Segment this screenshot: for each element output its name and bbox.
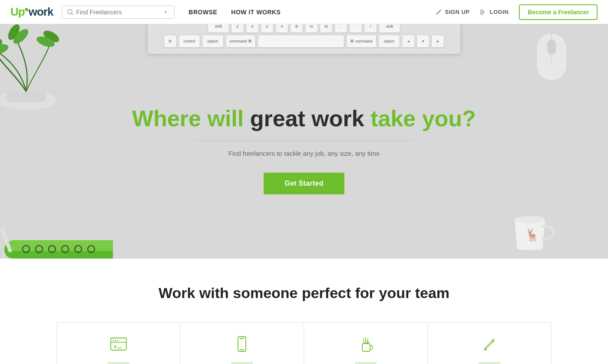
keyboard-decoration: shift Z X C V B N M , . / shift fn contr…: [148, 24, 460, 54]
icon-divider: [355, 363, 377, 363]
logo[interactable]: Upwork: [10, 5, 53, 19]
svg-text:🦌: 🦌: [525, 228, 540, 242]
notebook-decoration: [0, 172, 113, 259]
icon-divider: [231, 363, 253, 363]
svg-rect-30: [238, 337, 246, 351]
svg-marker-37: [363, 338, 364, 339]
design-icon: [356, 335, 375, 356]
svg-point-26: [112, 340, 114, 341]
logo-work: work: [29, 5, 53, 18]
pencil-edit-icon: [436, 9, 443, 16]
search-chevron-icon: ▾: [165, 10, 167, 14]
svg-rect-33: [362, 344, 370, 351]
category-card-designers[interactable]: DESIGNERS & CREATIVES: [304, 322, 428, 364]
category-card-writers[interactable]: WRITERS: [428, 322, 552, 364]
search-bar[interactable]: ▾: [62, 6, 175, 19]
svg-point-28: [117, 340, 118, 341]
header-right: SIGN UP LOGIN Become a Freelancer: [436, 4, 598, 20]
pencil-icon: [480, 335, 499, 356]
terminal-icon: [109, 335, 128, 356]
login-button[interactable]: LOGIN: [480, 9, 509, 16]
hero-title: Where will great work take you?: [132, 106, 476, 132]
svg-marker-38: [365, 337, 366, 338]
hero-content: Where will great work take you? Find fre…: [132, 106, 476, 194]
header: Upwork ▾ BROWSE HOW IT WORKS SIGN UP: [0, 0, 608, 24]
svg-marker-22: [0, 252, 1, 258]
svg-rect-12: [547, 39, 556, 55]
hero-divider: [195, 141, 413, 141]
cup-decoration: 🦌: [504, 202, 556, 254]
svg-line-40: [492, 339, 493, 341]
logo-up: Up: [10, 5, 25, 18]
icon-divider: [479, 363, 500, 363]
mobile-icon: [232, 335, 251, 356]
svg-line-34: [363, 339, 364, 344]
icon-divider: [108, 363, 129, 363]
nav-browse[interactable]: BROWSE: [188, 9, 217, 16]
become-freelancer-button[interactable]: Become a Freelancer: [519, 4, 598, 20]
get-started-button[interactable]: Get Started: [264, 173, 344, 194]
mouse-decoration: [530, 24, 573, 94]
hero-subtitle: Find freelancers to tackle any job, any …: [132, 150, 476, 157]
svg-rect-3: [7, 92, 46, 102]
svg-point-23: [515, 216, 545, 223]
svg-point-27: [115, 340, 116, 341]
nav: BROWSE HOW IT WORKS: [188, 9, 281, 16]
svg-line-1: [72, 13, 73, 15]
categories-row: WEB DEVELOPERS MOBILE DEVELOPERS: [10, 322, 598, 364]
category-card-web-developers[interactable]: WEB DEVELOPERS: [56, 322, 180, 364]
section2-title: Work with someone perfect for your team: [10, 285, 598, 302]
hero-section: shift Z X C V B N M , . / shift fn contr…: [0, 24, 608, 259]
search-icon: [67, 9, 73, 15]
categories-section: Work with someone perfect for your team …: [0, 259, 608, 364]
nav-how-it-works[interactable]: HOW IT WORKS: [231, 9, 281, 16]
signup-button[interactable]: SIGN UP: [436, 9, 470, 16]
plant-decoration: [0, 24, 104, 111]
svg-marker-39: [367, 338, 368, 339]
search-input[interactable]: [76, 9, 163, 16]
category-card-mobile-developers[interactable]: MOBILE DEVELOPERS: [180, 322, 304, 364]
login-icon: [480, 9, 487, 16]
